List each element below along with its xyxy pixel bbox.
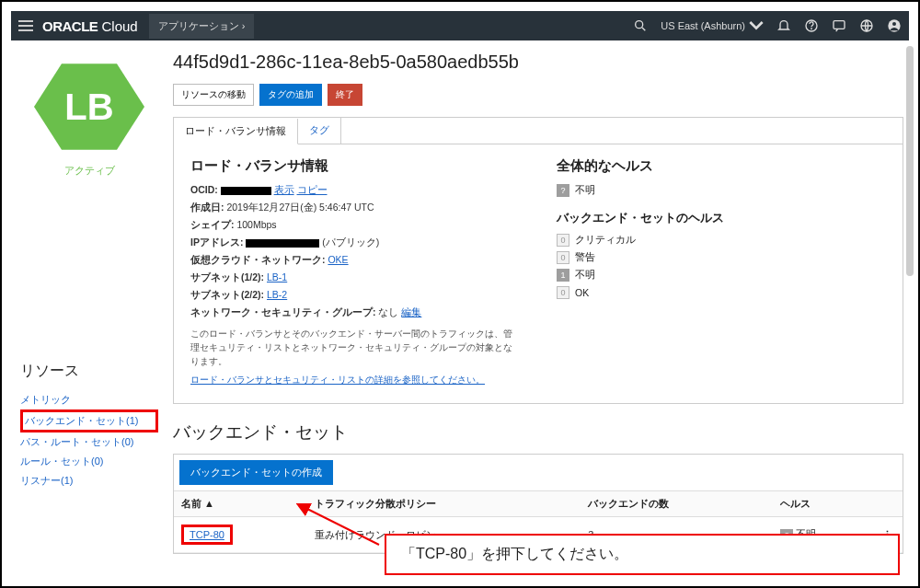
search-icon[interactable] (633, 18, 648, 33)
created-value: 2019年12月27日(金) 5:46:47 UTC (226, 202, 374, 213)
topbar: ORACLE Cloud アプリケーション US East (Ashburn) (11, 11, 909, 40)
critical-label: クリティカル (575, 234, 636, 247)
unknown-label2: 不明 (575, 269, 595, 282)
region-selector[interactable]: US East (Ashburn) (661, 18, 764, 33)
note-text: このロード・バランサとそのバックエンド・サーバー間のトラフィックは、管理セキュリ… (190, 327, 520, 368)
svg-point-7 (892, 22, 896, 26)
application-menu[interactable]: アプリケーション (149, 14, 255, 39)
ok-count: 0 (557, 286, 569, 299)
info-heading: ロード・バランサ情報 (190, 157, 520, 175)
detail-link[interactable]: ロード・バランサとセキュリティ・リストの詳細を参照してください。 (190, 374, 485, 386)
sidebar-item-rule-sets[interactable]: ルール・セット(0) (20, 452, 158, 471)
globe-icon[interactable] (859, 18, 874, 33)
nsg-value: なし (378, 306, 398, 317)
hamburger-menu[interactable] (18, 20, 33, 31)
critical-count: 0 (557, 234, 569, 247)
sidebar-item-backend-sets[interactable]: バックエンド・セット(1) (20, 409, 158, 432)
th-count: バックエンドの数 (581, 491, 773, 517)
th-health: ヘルス (773, 491, 875, 517)
unknown-count: 1 (557, 269, 569, 282)
svg-point-0 (636, 21, 643, 29)
backend-set-heading: バックエンド・セット (173, 421, 903, 444)
tab-tags[interactable]: タグ (298, 118, 341, 144)
vcn-link[interactable]: OKE (328, 254, 348, 265)
th-policy: トラフィック分散ポリシー (307, 491, 581, 517)
bs-health-heading: バックエンド・セットのヘルス (557, 210, 886, 226)
ocid-redacted (221, 187, 271, 195)
ip-suffix: (パブリック) (322, 236, 379, 248)
sidebar-item-metrics[interactable]: メトリック (20, 390, 158, 409)
svg-point-3 (811, 29, 812, 29)
nsg-edit-link[interactable]: 編集 (401, 306, 421, 317)
ok-label: OK (575, 287, 589, 298)
svg-rect-4 (834, 21, 845, 29)
move-resource-button[interactable]: リソースの移動 (173, 84, 254, 106)
svg-line-1 (642, 28, 645, 30)
terminate-button[interactable]: 終了 (328, 84, 362, 106)
instruction-callout: 「TCP-80」を押下してください。 (385, 534, 900, 575)
warning-count: 0 (557, 251, 569, 264)
help-icon[interactable] (804, 18, 819, 33)
warning-label: 警告 (575, 251, 595, 264)
resource-hexagon: LB (34, 59, 144, 155)
bell-icon[interactable] (776, 18, 791, 33)
chat-icon[interactable] (832, 18, 846, 33)
th-name[interactable]: 名前 ▲ (174, 491, 307, 517)
unknown-badge: ? (557, 184, 569, 197)
unknown-label: 不明 (575, 184, 595, 197)
subnet1-link[interactable]: LB-1 (267, 271, 287, 282)
brand-logo: ORACLE Cloud (42, 18, 138, 34)
tab-lb-info[interactable]: ロード・バランサ情報 (174, 119, 298, 144)
chevron-down-icon (749, 18, 764, 33)
sidebar-item-path-route-sets[interactable]: パス・ルート・セット(0) (20, 432, 158, 452)
add-tag-button[interactable]: タグの追加 (259, 84, 322, 106)
user-icon[interactable] (887, 18, 902, 33)
page-title: 44f5d9d1-286c-11ea-8eb5-0a580aedb55b (173, 52, 903, 73)
shape-value: 100Mbps (236, 219, 276, 230)
ocid-copy-link[interactable]: コピー (297, 184, 328, 195)
resources-heading: リソース (20, 362, 158, 381)
overall-health-heading: 全体的なヘルス (557, 157, 886, 175)
backend-set-link[interactable]: TCP-80 (190, 529, 224, 540)
ip-redacted (246, 239, 319, 248)
status-label: アクティブ (64, 164, 115, 178)
create-backend-set-button[interactable]: バックエンド・セットの作成 (179, 460, 333, 485)
sidebar-item-listeners[interactable]: リスナー(1) (20, 471, 158, 490)
ocid-show-link[interactable]: 表示 (274, 184, 294, 195)
subnet2-link[interactable]: LB-2 (267, 289, 287, 300)
